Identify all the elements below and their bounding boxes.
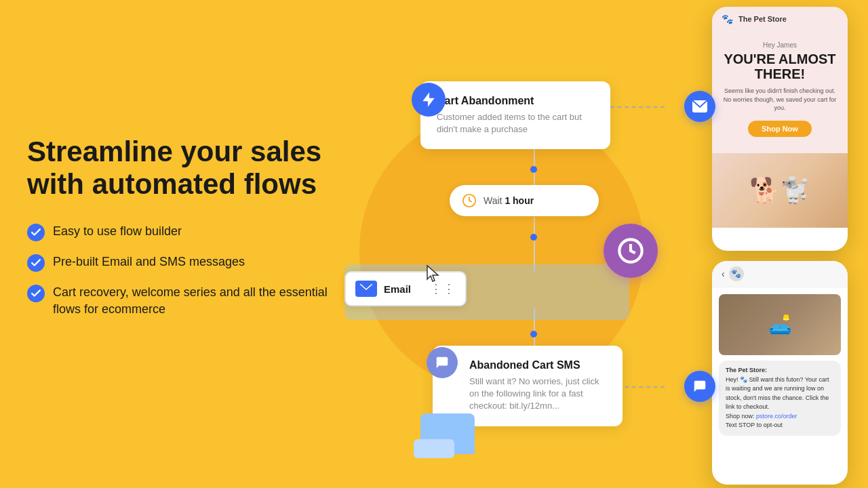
lightning-trigger-icon (412, 83, 446, 117)
feature-item-1: Easy to use flow builder (27, 223, 353, 241)
back-arrow-icon[interactable]: ‹ (722, 268, 725, 279)
phone-mockup-email: 🐾 The Pet Store Hey James YOU'RE ALMOST … (712, 7, 848, 251)
connector-line-2 (534, 217, 535, 271)
phone-email-body: Hey James YOU'RE ALMOST THERE! Seems lik… (712, 32, 848, 153)
blue-shape-2 (414, 439, 454, 458)
phone-mockup-sms: ‹ 🐾 🛋️ The Pet Store: Hey! 🐾 Still want … (712, 261, 848, 485)
email-subtext: Seems like you didn't finish checking ou… (722, 87, 838, 113)
email-headline: YOU'RE ALMOST THERE! (722, 52, 838, 81)
paw-icon: 🐾 (729, 266, 744, 281)
wait-hour-node[interactable]: Wait 1 hour (450, 185, 599, 216)
feature-list: Easy to use flow builder Pre-built Email… (27, 223, 353, 318)
email-connect-dot (684, 91, 715, 122)
phone-email-header: 🐾 The Pet Store (712, 7, 848, 32)
sms-card-desc: Still want it? No worries, just click on… (449, 375, 606, 413)
connector-line-1 (534, 146, 535, 185)
email-greeting: Hey James (722, 41, 838, 49)
phone-sms-content: 🛋️ The Pet Store: Hey! 🐾 Still want this… (712, 287, 848, 443)
cart-abandonment-desc: Customer added items to the cart but did… (437, 111, 594, 136)
sms-product-image: 🛋️ (719, 294, 841, 355)
shop-now-button[interactable]: Shop Now (748, 121, 812, 137)
check-icon-2 (27, 254, 45, 272)
check-icon-1 (27, 224, 45, 241)
main-heading: Streamline your sales with automated flo… (27, 136, 353, 201)
connector-dot-1 (530, 166, 537, 173)
sms-text-message: The Pet Store: Hey! 🐾 Still want this fu… (719, 361, 841, 436)
sms-card-title: Abandoned Cart SMS (449, 359, 606, 371)
email-node-icon (355, 281, 377, 297)
sms-connect-dot (684, 371, 715, 402)
check-icon-3 (27, 285, 45, 302)
feature-item-2: Pre-built Email and SMS messages (27, 253, 353, 272)
wait-text: Wait 1 hour (484, 195, 534, 206)
email-node[interactable]: Email ⋮⋮ (344, 271, 467, 306)
feature-item-3: Cart recovery, welcome series and all th… (27, 284, 353, 318)
connector-dot-3 (530, 331, 537, 338)
purple-clock-icon (604, 224, 658, 278)
mouse-cursor (426, 264, 441, 287)
left-section: Streamline your sales with automated flo… (27, 136, 353, 318)
dashed-line-email (610, 106, 665, 108)
cart-abandonment-title: Cart Abandonment (437, 95, 594, 107)
svg-marker-0 (422, 92, 434, 107)
phone-sms-header: ‹ 🐾 (712, 261, 848, 287)
cart-abandonment-card: Cart Abandonment Customer added items to… (420, 81, 610, 149)
store-name-email: The Pet Store (738, 15, 787, 23)
sms-message-text: Hey! 🐾 Still want this futon? Your cart … (726, 376, 829, 429)
connector-dot-2 (530, 234, 537, 241)
sms-icon-circle (427, 347, 458, 378)
email-node-label: Email (384, 283, 423, 295)
email-dog-image: 🐕🐩 (712, 153, 848, 228)
